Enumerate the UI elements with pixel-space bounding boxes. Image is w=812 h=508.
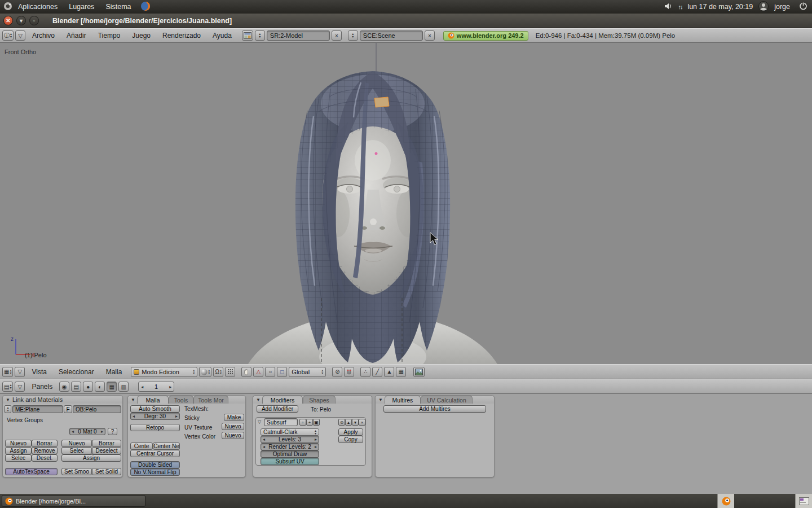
centre-button[interactable]: Cente [130, 443, 153, 450]
distributor-logo-icon[interactable] [3, 2, 12, 12]
menu-seleccionar[interactable]: Seleccionar [54, 368, 99, 376]
mat-select-button[interactable]: Selec [61, 447, 92, 454]
tab-shapes[interactable]: Shapes [303, 396, 336, 404]
blender-version-chip[interactable]: www.blender.org 249.2 [443, 31, 528, 41]
tab-modifiers[interactable]: Modifiers [262, 396, 303, 404]
screen-name-field[interactable]: SR:2-Model [267, 30, 330, 41]
scene-browse-button[interactable]: ▴▾ [348, 30, 358, 41]
window-close-button[interactable]: ✕ [3, 16, 13, 25]
manipulator-rotate-icon[interactable]: ○ [265, 367, 275, 377]
menu-malla[interactable]: Malla [101, 368, 127, 376]
header-collapse-icon[interactable]: ▽ [15, 30, 25, 41]
pivot-dropdown[interactable]: Ω▴▾ [213, 367, 223, 377]
manipulator-scale-icon[interactable]: □ [277, 367, 287, 377]
context-logic-button[interactable]: ◉ [59, 382, 69, 392]
context-physics-button[interactable]: ▥ [118, 382, 129, 392]
draw-type-dropdown[interactable]: ▴▾ [199, 367, 211, 377]
modifier-apply-button[interactable]: Apply [338, 428, 363, 436]
menu-anadir[interactable]: Añadir [61, 32, 91, 40]
context-editing-button[interactable]: ▦ [107, 382, 117, 392]
uv-texture-new-button[interactable]: Nuevo [222, 423, 244, 430]
modifier-cage-icon[interactable]: ⊙ [338, 419, 345, 426]
power-icon[interactable] [799, 2, 807, 12]
editor-type-selector[interactable]: ⓘ▴▾ [2, 30, 14, 41]
mode-dropdown[interactable]: Modo Edicion ▴▾ [131, 367, 197, 377]
edge-select-mode-icon[interactable]: ╱ [372, 367, 382, 377]
retopo-toggle[interactable]: Retopo [130, 424, 180, 431]
auto-smooth-toggle[interactable]: Auto Smooth [130, 405, 180, 413]
degr-field[interactable]: ◂ Degr: 30 ▸ [130, 413, 180, 420]
scene-delete-button[interactable]: × [425, 30, 435, 41]
modifier-editmode-toggle-icon[interactable]: ▣ [313, 419, 320, 426]
tray-blender-icon[interactable] [717, 494, 734, 508]
vg-assign-button[interactable]: Assign [5, 447, 32, 454]
viewport-canvas[interactable] [0, 43, 812, 364]
context-shading-button[interactable]: ● [83, 382, 93, 392]
vg-new-button[interactable]: Nuevo [5, 440, 32, 447]
mat-decrement-arrow[interactable]: ◂ [72, 429, 74, 434]
editor-type-selector[interactable]: ▤▴▾ [2, 382, 13, 392]
tab-tools-more[interactable]: Tools Mor [193, 396, 228, 404]
no-vnormal-flip-toggle[interactable]: No V.Normal Flip [130, 468, 180, 476]
material-index-field[interactable]: ◂ 0 Mat 0 ▸ [69, 428, 105, 435]
menu-ayuda[interactable]: Ayuda [208, 32, 237, 40]
tab-tools[interactable]: Tools [169, 396, 193, 404]
modifier-realtime-toggle-icon[interactable]: + [306, 419, 313, 426]
modifier-collapse-icon[interactable]: ▽ [258, 419, 261, 424]
menu-aplicaciones[interactable]: Aplicaciones [12, 0, 63, 14]
material-help-button[interactable]: ? [108, 428, 117, 435]
menu-sistema[interactable]: Sistema [100, 0, 136, 14]
frame-increment-arrow[interactable]: ▸ [169, 384, 171, 389]
firefox-launcher-icon[interactable] [140, 1, 151, 13]
orientation-dropdown[interactable]: Global▴▾ [289, 367, 326, 377]
vg-deselect-button[interactable]: Desel. [32, 454, 58, 462]
header-collapse-icon[interactable]: ▽ [15, 367, 25, 377]
subsurf-uv-toggle[interactable]: Subsurf UV [261, 458, 319, 465]
screen-layout-icon[interactable] [242, 30, 253, 41]
levels-decrement-arrow[interactable]: ◂ [263, 437, 265, 442]
subsurf-type-dropdown[interactable]: Catmull-Clark▴▾ [261, 428, 319, 436]
context-script-button[interactable]: ▤ [71, 382, 81, 392]
modifier-render-toggle-icon[interactable]: ▫ [299, 419, 306, 426]
degr-decrement-arrow[interactable]: ◂ [133, 414, 135, 419]
occlude-geometry-icon[interactable]: ▦ [396, 367, 406, 377]
centre-cursor-button[interactable]: Centrar Cursor [130, 450, 180, 457]
panels-menu[interactable]: Panels [27, 383, 58, 391]
sticky-make-button[interactable]: Make [224, 414, 244, 421]
vg-delete-button[interactable]: Borrar [32, 440, 58, 447]
double-sided-toggle[interactable]: Double Sided [130, 461, 180, 468]
copy-draw-mode-icon[interactable] [225, 367, 235, 377]
menu-renderizado[interactable]: Renderizado [157, 32, 206, 40]
add-multires-button[interactable]: Add Multires [383, 405, 486, 413]
render-levels-decrement-arrow[interactable]: ◂ [263, 444, 265, 449]
context-object-button[interactable]: ◐ [95, 382, 105, 392]
scene-name-field[interactable]: SCE:Scene [360, 30, 423, 41]
frame-decrement-arrow[interactable]: ◂ [141, 384, 143, 389]
levels-field[interactable]: ◂ Levels: 3 ▸ [261, 436, 319, 443]
tab-malla[interactable]: Malla [137, 396, 169, 404]
selected-face[interactable] [374, 97, 389, 107]
centre-new-button[interactable]: Center Ne [153, 443, 180, 450]
panel-collapse-icon[interactable]: ▼ [378, 397, 383, 402]
object-name-field[interactable]: OB:Pelo [73, 405, 121, 413]
tab-multires[interactable]: Multires [385, 396, 421, 404]
screen-delete-button[interactable]: × [332, 30, 342, 41]
clock[interactable]: lun 17 de may, 20:19 [687, 3, 753, 11]
optimal-draw-toggle[interactable]: Optimal Draw [261, 450, 319, 458]
menu-lugares[interactable]: Lugares [63, 0, 100, 14]
mesh-browse-button[interactable]: ▴▾ [5, 405, 11, 413]
render-preview-icon[interactable] [413, 367, 425, 377]
panel-collapse-icon[interactable]: ▼ [256, 397, 261, 402]
vg-select-button[interactable]: Selec [5, 454, 32, 462]
autotexspace-toggle[interactable]: AutoTexSpace [5, 468, 58, 475]
fake-user-button[interactable]: F [64, 405, 72, 413]
degr-increment-arrow[interactable]: ▸ [175, 414, 178, 419]
add-modifier-button[interactable]: Add Modifier [257, 405, 298, 413]
mat-new-button[interactable]: Nuevo [61, 440, 92, 447]
menu-juego[interactable]: Juego [127, 32, 156, 40]
window-titlebar[interactable]: ✕ ▾ ▫ Blender [/home/jorge/Blender/Ejerc… [0, 14, 812, 28]
taskbar-window-button[interactable]: Blender [/home/jorge/Bl... [2, 495, 145, 507]
window-maximize-button[interactable]: ▫ [29, 16, 39, 25]
levels-increment-arrow[interactable]: ▸ [315, 437, 317, 442]
menu-vista[interactable]: Vista [27, 368, 51, 376]
